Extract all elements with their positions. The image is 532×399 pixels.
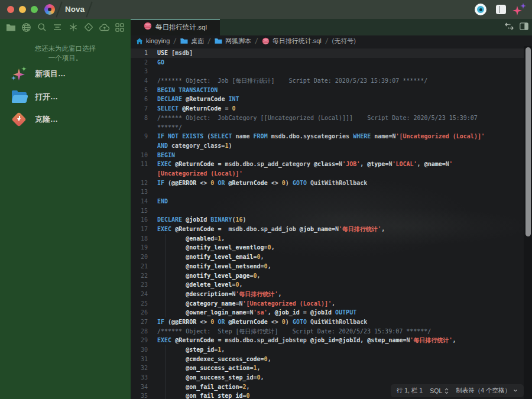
line-number: 25 xyxy=(131,299,148,309)
search-icon[interactable] xyxy=(37,22,47,33)
tabbar: 每日排行统计.sql xyxy=(131,19,532,35)
eye-icon[interactable] xyxy=(475,4,486,15)
line-number: 20 xyxy=(131,252,148,262)
sidebar-item-clone[interactable]: 克隆… xyxy=(11,112,66,127)
breadcrumb-separator: / xyxy=(207,37,211,46)
title-slash-right xyxy=(86,2,92,18)
code-line-16: 16DECLARE @jobId BINARY(16) xyxy=(131,215,524,225)
scrollbar-thumb[interactable] xyxy=(525,47,531,236)
split-editor-icon[interactable] xyxy=(504,22,514,33)
folder-icon xyxy=(215,38,222,44)
tab-active[interactable]: 每日排行统计.sql xyxy=(131,19,220,35)
statusbar: 行 1, 栏 1 SQL 制表符（4 个空格） xyxy=(391,384,524,397)
sidebar-item-label: 新项目… xyxy=(35,69,66,79)
minimize-button[interactable] xyxy=(19,6,26,13)
code-line-12: 12IF (@@ERROR <> 0 OR @ReturnCode <> 0) … xyxy=(131,179,524,188)
code-text: DECLARE @ReturnCode INT xyxy=(148,95,239,104)
breadcrumb-label: 桌面 xyxy=(191,37,204,46)
code-line-15: 15 xyxy=(131,206,524,216)
close-button[interactable] xyxy=(7,6,14,13)
cloud-icon[interactable] xyxy=(99,22,110,33)
panel-icon[interactable] xyxy=(496,5,506,14)
code-text: GO xyxy=(148,58,164,67)
code-editor[interactable]: 1USE [msdb]2GO34/****** Object: Job [每日排… xyxy=(131,46,532,399)
code-text: @owner_login_name=N'sa', @job_id = @jobI… xyxy=(148,308,356,317)
breadcrumb-label: kingying xyxy=(146,37,170,44)
code-text: /****** Object: JobCategory [[Uncategori… xyxy=(148,113,478,123)
code-text: @description=N'每日排行统计', xyxy=(148,290,282,299)
breadcrumb-item[interactable]: kingying xyxy=(136,37,170,44)
sidebar-item-open[interactable]: 打开… xyxy=(11,89,66,105)
code-line-11: 11EXEC @ReturnCode = msdb.dbo.sp_add_cat… xyxy=(131,160,524,169)
globe-icon[interactable] xyxy=(21,22,31,33)
breadcrumb-item[interactable]: (无符号) xyxy=(332,37,356,46)
line-number: 33 xyxy=(131,373,148,382)
line-number: 18 xyxy=(131,234,148,244)
code-line-8: 8/****** Object: JobCategory [[Uncategor… xyxy=(131,113,524,123)
code-text: USE [msdb] xyxy=(148,48,193,58)
breadcrumb-label: 网狐脚本 xyxy=(225,37,251,46)
code-line-1: 1USE [msdb] xyxy=(131,48,524,58)
titlebar: Nova xyxy=(0,0,532,19)
symbols-icon[interactable] xyxy=(68,22,79,33)
code-line-20: 20 @notify_level_email=0, xyxy=(131,252,524,262)
line-number: 21 xyxy=(131,262,148,271)
indentation-selector[interactable]: 制表符（4 个空格） xyxy=(456,387,518,395)
breadcrumb: kingying/桌面/网狐脚本/每日排行统计.sql/(无符号) xyxy=(131,35,532,46)
sidebar-empty-message-line2: 一个项目。 xyxy=(0,53,131,63)
sidebar: 您还未为此窗口选择 一个项目。 新项目…打开…克隆… xyxy=(0,19,131,399)
extensions-icon[interactable] xyxy=(115,22,125,33)
code-text: AND category_class=1) xyxy=(148,141,232,151)
code-text: @step_id=1, xyxy=(148,345,225,355)
code-line-17: 17EXEC @ReturnCode = msdb.dbo.sp_add_job… xyxy=(131,225,524,234)
code-line-24: 24 @description=N'每日排行统计', xyxy=(131,290,524,299)
files-icon[interactable] xyxy=(5,22,16,33)
code-line-29: 29EXEC @ReturnCode = msdb.dbo.sp_add_job… xyxy=(131,336,524,345)
line-number xyxy=(131,169,148,179)
home-icon xyxy=(136,38,143,44)
clone-icon xyxy=(11,112,27,127)
sidebar-item-label: 打开… xyxy=(35,92,58,102)
code-text: @delete_level=0, xyxy=(148,280,243,290)
line-number: 28 xyxy=(131,327,148,336)
clips-icon[interactable] xyxy=(52,22,63,33)
code-line-27: 27IF (@@ERROR <> 0 OR @ReturnCode <> 0) … xyxy=(131,317,524,327)
breadcrumb-separator: / xyxy=(255,37,258,46)
code-line-18: 18 @enabled=1, xyxy=(131,234,524,244)
line-number: 16 xyxy=(131,215,148,225)
line-number: 29 xyxy=(131,336,148,345)
sparkle-icon[interactable] xyxy=(512,3,527,16)
zoom-button[interactable] xyxy=(31,6,38,13)
code-line-2: 2GO xyxy=(131,58,524,67)
language-selector[interactable]: SQL xyxy=(430,387,449,394)
editor-panel-icon[interactable] xyxy=(520,22,528,33)
line-number: 17 xyxy=(131,225,148,234)
line-number: 19 xyxy=(131,243,148,252)
line-number: 10 xyxy=(131,151,148,160)
code-text: @enabled=1, xyxy=(148,234,225,244)
cursor-position[interactable]: 行 1, 栏 1 xyxy=(397,387,423,395)
line-number: 5 xyxy=(131,86,148,95)
line-number: 31 xyxy=(131,355,148,364)
issues-icon[interactable] xyxy=(83,22,94,33)
sidebar-toolbar xyxy=(0,19,131,35)
sidebar-item-new-project[interactable]: 新项目… xyxy=(11,66,66,82)
sql-file-icon xyxy=(262,37,270,45)
window-title: Nova xyxy=(65,0,85,19)
tab-label: 每日排行统计.sql xyxy=(155,23,207,32)
code-text: IF (@@ERROR <> 0 OR @ReturnCode <> 0) GO… xyxy=(148,179,367,188)
code-text: @on_success_step_id=0, xyxy=(148,373,264,382)
code-text: @notify_level_page=0, xyxy=(148,271,261,281)
code-text: @cmdexec_success_code=0, xyxy=(148,355,271,364)
code-line-10: 10BEGIN xyxy=(131,151,524,160)
scrollbar-track[interactable] xyxy=(524,46,532,399)
breadcrumb-item[interactable]: 网狐脚本 xyxy=(215,37,251,46)
code-line-22: 22 @notify_level_page=0, xyxy=(131,271,524,281)
code-line-14: 14END xyxy=(131,197,524,206)
code-text: /****** Object: Job [每日排行统计] Script Date… xyxy=(148,76,427,86)
line-number: 11 xyxy=(131,160,148,169)
breadcrumb-label: 每日排行统计.sql xyxy=(273,37,322,46)
breadcrumb-item[interactable]: 桌面 xyxy=(180,37,204,46)
code-text: IF NOT EXISTS (SELECT name FROM msdb.dbo… xyxy=(148,132,485,141)
breadcrumb-item[interactable]: 每日排行统计.sql xyxy=(262,37,322,46)
